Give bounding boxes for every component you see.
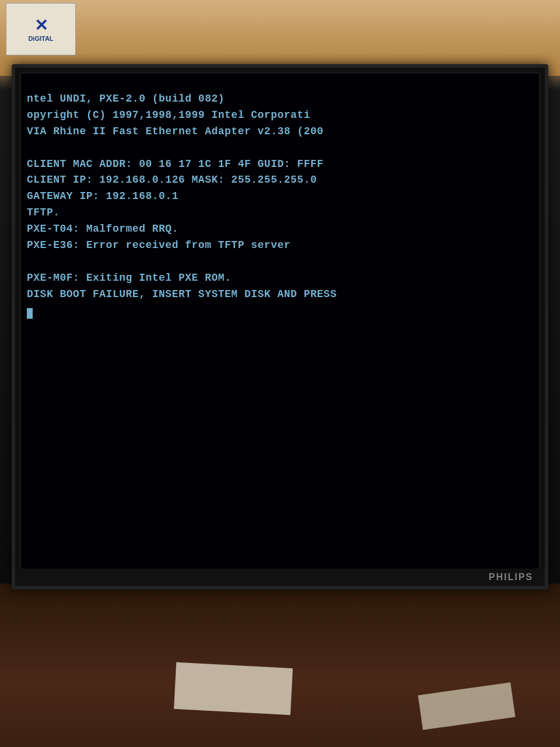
monitor-bezel: ntel UNDI, PXE-2.0 (build 082) opyright … (12, 64, 548, 589)
terminal-output: ntel UNDI, PXE-2.0 (build 082) opyright … (27, 91, 539, 319)
terminal-line-tftp: TFTP. (27, 205, 539, 221)
terminal-line-client-mac: CLIENT MAC ADDR: 00 16 17 1C 1F 4F GUID:… (27, 156, 539, 173)
desk-paper-2 (418, 682, 516, 730)
terminal-line-1: ntel UNDI, PXE-2.0 (build 082) (27, 91, 539, 107)
terminal-line-gateway: GATEWAY IP: 192.168.0.1 (27, 189, 539, 205)
desk-paper-1 (174, 662, 293, 715)
digital-x-logo: ✕ (34, 16, 48, 35)
monitor-screen: ntel UNDI, PXE-2.0 (build 082) opyright … (20, 72, 540, 581)
terminal-line-pxe-m0f: PXE-M0F: Exiting Intel PXE ROM. (27, 270, 539, 287)
terminal-cursor (27, 308, 33, 319)
philips-brand-label: PHILIPS (489, 572, 533, 582)
digital-brand-text: DiGITAL (28, 35, 53, 43)
terminal-line-4-empty (27, 140, 539, 156)
terminal-cursor-line (27, 303, 539, 319)
terminal-line-pxe-e36: PXE-E36: Error received from TFTP server (27, 238, 539, 254)
digital-box: ✕ DiGITAL (6, 3, 76, 55)
terminal-line-disk-boot-failure: DISK BOOT FAILURE, INSERT SYSTEM DISK AN… (27, 287, 539, 303)
terminal-line-3: VIA Rhine II Fast Ethernet Adapter v2.38… (27, 124, 539, 140)
desk-surface (0, 584, 560, 747)
terminal-line-empty-2 (27, 254, 539, 270)
monitor-bottom-bar: PHILIPS (15, 568, 545, 586)
terminal-line-client-ip: CLIENT IP: 192.168.0.126 MASK: 255.255.2… (27, 172, 539, 189)
terminal-line-2: opyright (C) 1997,1998,1999 Intel Corpor… (27, 107, 539, 124)
terminal-line-pxe-t04: PXE-T04: Malformed RRQ. (27, 221, 539, 238)
